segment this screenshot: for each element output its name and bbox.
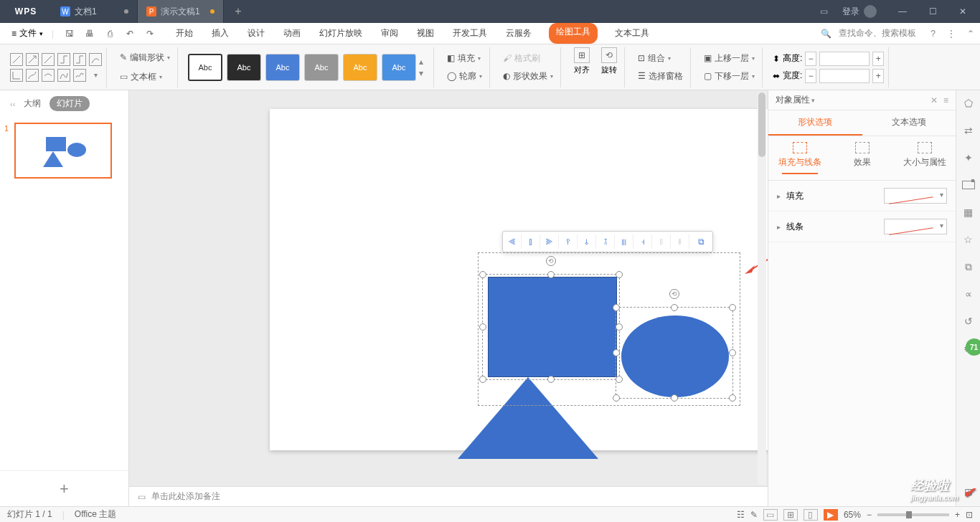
align-right-icon[interactable]: ⫸ bbox=[545, 234, 559, 249]
menu-design[interactable]: 设计 bbox=[246, 23, 266, 44]
panel-close-icon[interactable]: ✕ bbox=[930, 95, 938, 105]
resize-handle[interactable] bbox=[613, 304, 620, 311]
align-button[interactable]: ⊞对齐 bbox=[571, 47, 593, 87]
zoom-out-button[interactable]: − bbox=[867, 510, 872, 520]
resize-handle[interactable] bbox=[671, 304, 678, 311]
distribute-v-icon[interactable]: ⫞ bbox=[638, 234, 652, 249]
send-back-button[interactable]: ▢下移一层▾ bbox=[701, 69, 758, 84]
resize-handle[interactable] bbox=[479, 271, 486, 278]
link-icon[interactable]: ⧉ bbox=[961, 260, 976, 274]
sorter-view-icon[interactable]: ⊞ bbox=[783, 509, 798, 521]
fit-screen-icon[interactable]: ⊡ bbox=[966, 510, 973, 520]
file-menu[interactable]: ≡ 文件 ▾ bbox=[6, 24, 49, 42]
elbow-arrow-shape[interactable] bbox=[73, 53, 86, 66]
resize-handle[interactable] bbox=[479, 323, 486, 331]
format-painter-button[interactable]: 🖌格式刷 bbox=[500, 51, 556, 66]
slides-tab[interactable]: 幻灯片 bbox=[50, 96, 90, 111]
collapse-panel-icon[interactable]: ‹‹ bbox=[10, 100, 15, 108]
fill-swatch-dropdown[interactable] bbox=[884, 188, 947, 204]
search-icon[interactable]: 🔍 bbox=[821, 29, 831, 39]
style-more-button[interactable]: ▴▾ bbox=[419, 54, 429, 81]
notes-toggle-icon[interactable]: ☷ bbox=[737, 510, 745, 520]
resize-handle[interactable] bbox=[613, 394, 620, 402]
menu-cloud[interactable]: 云服务 bbox=[504, 23, 533, 44]
curve2-shape[interactable] bbox=[42, 69, 55, 82]
close-button[interactable]: ✕ bbox=[951, 0, 974, 23]
menu-drawtools[interactable]: 绘图工具 bbox=[549, 23, 598, 44]
fill-button[interactable]: ◧填充▾ bbox=[444, 51, 485, 66]
resize-handle[interactable] bbox=[671, 394, 678, 402]
login-button[interactable]: 登录 bbox=[842, 5, 877, 18]
elbow-shape[interactable] bbox=[57, 53, 70, 66]
effect-subtab[interactable]: 效果 bbox=[831, 142, 893, 174]
print-preview-icon[interactable]: ⎙ bbox=[103, 27, 117, 41]
fill-line-subtab[interactable]: 填充与线条 bbox=[768, 142, 831, 174]
distribute-h-icon[interactable]: ⫼ bbox=[619, 234, 633, 249]
connector2-shape[interactable] bbox=[26, 69, 39, 82]
panel-menu-icon[interactable]: ≡ bbox=[943, 95, 948, 105]
maximize-button[interactable]: ☐ bbox=[921, 0, 944, 23]
print-icon[interactable]: 🖶 bbox=[83, 27, 97, 41]
style-preset-3[interactable]: Abc bbox=[265, 54, 300, 81]
rotate-handle[interactable]: ⟲ bbox=[546, 256, 556, 266]
undo-icon[interactable]: ↶ bbox=[123, 27, 137, 41]
menu-animation[interactable]: 动画 bbox=[282, 23, 302, 44]
search-placeholder[interactable]: 查找命令、搜索模板 bbox=[839, 27, 916, 39]
collapse-ribbon-icon[interactable]: ⌃ bbox=[967, 29, 974, 39]
style-preset-2[interactable]: Abc bbox=[227, 54, 261, 81]
resize-handle[interactable] bbox=[547, 376, 555, 383]
comments-icon[interactable]: ✎ bbox=[750, 510, 758, 520]
height-dec[interactable]: − bbox=[805, 52, 816, 66]
line-swatch-dropdown[interactable] bbox=[884, 219, 947, 234]
width-input[interactable] bbox=[819, 69, 870, 83]
tab-ppt1[interactable]: P 演示文稿1 bbox=[138, 0, 224, 23]
transition-icon[interactable]: ⇄ bbox=[961, 123, 976, 138]
menu-review[interactable]: 审阅 bbox=[380, 23, 400, 44]
settings-icon[interactable]: ⚙ 71 bbox=[961, 341, 976, 356]
style-preset-1[interactable]: Abc bbox=[188, 54, 222, 81]
redo-icon[interactable]: ↷ bbox=[143, 27, 157, 41]
resize-handle[interactable] bbox=[547, 271, 555, 278]
zoom-slider[interactable] bbox=[877, 513, 949, 516]
height-inc[interactable]: + bbox=[872, 52, 884, 66]
help-icon[interactable]: ? bbox=[930, 29, 936, 39]
resize-handle[interactable] bbox=[729, 394, 736, 402]
freeform-shape[interactable] bbox=[57, 69, 70, 82]
resize-handle[interactable] bbox=[613, 349, 620, 356]
resize-handle[interactable] bbox=[616, 271, 623, 278]
textbox-button[interactable]: ▭文本框▾ bbox=[117, 70, 173, 85]
align-left-icon[interactable]: ⫷ bbox=[507, 234, 522, 249]
bring-forward-button[interactable]: ▣上移一层▾ bbox=[701, 51, 758, 66]
tab-doc1[interactable]: W 文档1 bbox=[52, 0, 138, 23]
favorite-icon[interactable]: ☆ bbox=[961, 232, 976, 247]
zoom-in-button[interactable]: + bbox=[955, 510, 960, 520]
select-pane-button[interactable]: ☰选择窗格 bbox=[635, 69, 686, 84]
equal-width-icon[interactable]: ⫴ bbox=[656, 234, 671, 249]
style-preset-4[interactable]: Abc bbox=[304, 54, 339, 81]
menu-devtools[interactable]: 开发工具 bbox=[451, 23, 489, 44]
size-prop-subtab[interactable]: 大小与属性 bbox=[893, 142, 956, 174]
share-icon[interactable]: ∝ bbox=[961, 287, 976, 301]
fill-section[interactable]: ▸ 填充 bbox=[768, 181, 956, 212]
line-shape[interactable] bbox=[10, 53, 23, 66]
add-slide-button[interactable]: + bbox=[0, 470, 128, 506]
shape-tool-icon[interactable]: ⬠ bbox=[961, 96, 976, 110]
outline-button[interactable]: ◯轮廓▾ bbox=[444, 69, 485, 84]
menu-insert[interactable]: 插入 bbox=[210, 23, 230, 44]
menu-texttools[interactable]: 文本工具 bbox=[613, 23, 651, 44]
canvas-viewport[interactable]: ⫷ ⫿ ⫸ ⫯ ⫰ ⫱ ⫼ ⫞ ⫴ ⫵ ⧉ ⟲ bbox=[129, 90, 768, 486]
shape-effect-button[interactable]: ◐形状效果▾ bbox=[500, 69, 556, 84]
menu-view[interactable]: 视图 bbox=[415, 23, 435, 44]
text-options-tab[interactable]: 文本选项 bbox=[862, 110, 956, 136]
rotate-button[interactable]: ⟲旋转 bbox=[598, 47, 620, 87]
align-center-h-icon[interactable]: ⫿ bbox=[526, 234, 540, 249]
slide-thumbnail-1[interactable]: 1 bbox=[14, 123, 114, 179]
align-bottom-icon[interactable]: ⫱ bbox=[600, 234, 615, 249]
vertical-scrollbar[interactable] bbox=[758, 92, 766, 485]
edit-shape-button[interactable]: ✎编辑形状▾ bbox=[117, 50, 173, 65]
slideshow-button[interactable]: ▶ bbox=[824, 509, 838, 521]
save-icon[interactable]: 🖫 bbox=[62, 27, 77, 41]
width-dec[interactable]: − bbox=[805, 69, 816, 83]
resize-handle[interactable] bbox=[479, 376, 486, 383]
style-preset-6[interactable]: Abc bbox=[382, 54, 416, 81]
